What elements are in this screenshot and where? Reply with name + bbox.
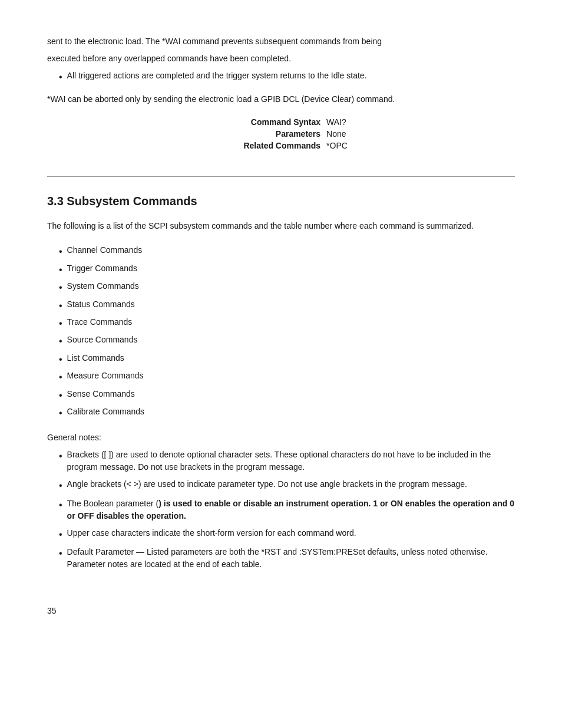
subsystem-item-label: Trigger Commands: [67, 262, 515, 275]
wai-note: *WAI can be aborted only by sending the …: [47, 93, 515, 106]
list-item: •Angle brackets (< >) are used to indica…: [59, 478, 515, 492]
command-syntax-label: Command Syntax: [214, 117, 320, 127]
list-item: •Upper case characters indicate the shor…: [59, 527, 515, 541]
subsystem-commands-list: •Channel Commands•Trigger Commands•Syste…: [59, 244, 515, 420]
bullet-dot: •: [59, 499, 62, 512]
subsystem-item-label: Measure Commands: [67, 370, 515, 382]
list-item: •Trace Commands: [59, 316, 515, 330]
bullet-dot: •: [59, 263, 62, 276]
intro-line2: executed before any overlapped commands …: [47, 52, 515, 65]
page-container: sent to the electronic load. The *WAI co…: [0, 0, 562, 651]
bullet-dot: •: [59, 245, 62, 258]
bullet-dot: •: [59, 389, 62, 402]
trigger-bullet: • All triggered actions are completed an…: [47, 70, 515, 84]
intro-line1: sent to the electronic load. The *WAI co…: [47, 35, 515, 48]
bullet-dot: •: [59, 528, 62, 541]
list-item: •Trigger Commands: [59, 262, 515, 276]
section-intro: The following is a list of the SCPI subs…: [47, 220, 515, 232]
command-syntax-row: Command Syntax WAI?: [214, 117, 348, 127]
section-divider: [47, 176, 515, 177]
subsystem-item-label: Sense Commands: [67, 388, 515, 400]
bullet-dot: •: [59, 299, 62, 312]
bullet-dot: •: [59, 479, 62, 492]
list-item: •List Commands: [59, 352, 515, 366]
list-item: •System Commands: [59, 280, 515, 294]
parameters-row: Parameters None: [214, 129, 348, 139]
related-commands-row: Related Commands *OPC: [214, 141, 348, 150]
list-item: •Source Commands: [59, 334, 515, 348]
intro-block: sent to the electronic load. The *WAI co…: [47, 35, 515, 84]
parameters-label: Parameters: [214, 129, 320, 139]
command-syntax-value: WAI?: [326, 117, 346, 127]
bullet-dot: •: [59, 450, 62, 463]
command-table: Command Syntax WAI? Parameters None Rela…: [214, 117, 348, 153]
subsystem-item-label: Status Commands: [67, 298, 515, 311]
general-notes-heading: General notes:: [47, 431, 515, 444]
bullet-dot: •: [59, 547, 62, 560]
list-item: •Default Parameter — Listed parameters a…: [59, 546, 515, 571]
subsystem-item-label: System Commands: [67, 280, 515, 292]
section-intro-line1: The following is a list of the SCPI subs…: [47, 221, 424, 230]
bullet-dot: •: [59, 335, 62, 348]
note-text: Default Parameter — Listed parameters ar…: [67, 546, 515, 571]
bullet-dot: •: [59, 281, 62, 294]
note-text: The Boolean parameter () is used to enab…: [67, 498, 515, 522]
notes-list: •Brackets ([ ]) are used to denote optio…: [59, 449, 515, 571]
subsystem-item-label: Calibrate Commands: [67, 406, 515, 418]
list-item: •Brackets ([ ]) are used to denote optio…: [59, 449, 515, 473]
note-text: Brackets ([ ]) are used to denote option…: [67, 449, 515, 473]
parameters-value: None: [326, 129, 346, 139]
list-item: •Calibrate Commands: [59, 406, 515, 420]
bullet-dot: •: [59, 317, 62, 330]
related-commands-value: *OPC: [326, 141, 348, 150]
section-heading: 3.3 Subsystem Commands: [47, 195, 515, 208]
list-item: •Measure Commands: [59, 370, 515, 384]
related-commands-label: Related Commands: [214, 141, 320, 150]
list-item: •Sense Commands: [59, 388, 515, 402]
bullet-dot: •: [59, 371, 62, 384]
trigger-bullet-text: All triggered actions are completed and …: [67, 70, 515, 82]
list-item: •Status Commands: [59, 298, 515, 312]
bullet-dot: •: [59, 407, 62, 420]
page-number: 35: [47, 606, 515, 615]
subsystem-item-label: Trace Commands: [67, 316, 515, 328]
bullet-dot: •: [59, 353, 62, 366]
list-item: •Channel Commands: [59, 244, 515, 258]
list-item: •The Boolean parameter () is used to ena…: [59, 498, 515, 522]
note-text: Upper case characters indicate the short…: [67, 527, 515, 539]
subsystem-item-label: Source Commands: [67, 334, 515, 346]
bullet-dot-1: •: [59, 71, 62, 84]
note-text: Angle brackets (< >) are used to indicat…: [67, 478, 515, 490]
section-intro-line2: summarized.: [427, 221, 474, 230]
subsystem-item-label: List Commands: [67, 352, 515, 364]
subsystem-item-label: Channel Commands: [67, 244, 515, 256]
